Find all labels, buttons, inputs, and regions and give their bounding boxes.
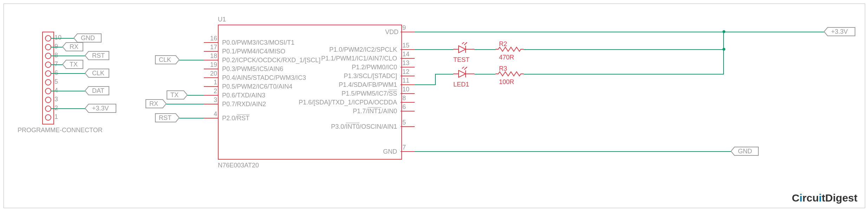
net-label: RST [159, 114, 171, 122]
pin-name: P1.7/INT1/AIN0 [309, 108, 397, 115]
net-label: CLK [159, 56, 171, 64]
pin-name: P1.1/PWM1/IC1/AIN7/CLO [309, 55, 397, 62]
pin-name: P1.4/SDA/FB/PWM1 [309, 81, 397, 89]
brand-logo: CircuitDigest [792, 192, 857, 204]
pin-number: 4 [214, 110, 217, 118]
connector-pin-3 [45, 97, 51, 103]
pin-name: P1.6/[SDA]/TXD_1/ICPDA/OCDDA [292, 99, 397, 106]
resistor-value: 470R [499, 54, 514, 61]
pin-name: P0.2/ICPCK/OCDCK/RXD_1/[SCL] [222, 57, 320, 64]
connector-pin-7 [45, 62, 51, 68]
pin-number: 19 [210, 61, 217, 69]
connector-pin-4 [45, 88, 51, 94]
net-label: +3.3V [92, 105, 109, 112]
pin-name: P1.3/SCL/[STADC] [309, 72, 397, 80]
led-test [453, 42, 474, 58]
net-label: TX [70, 61, 78, 68]
net-label: RX [70, 43, 78, 51]
pin-number: 2 [214, 88, 217, 95]
pin-name: P0.5/PWM2/IC6/T0/AIN4 [222, 83, 292, 90]
pin-number: 9 [402, 24, 406, 32]
pin-number: 5 [402, 119, 406, 126]
pin-number: 7 [402, 144, 406, 151]
net-label: CLK [92, 70, 104, 77]
pin-number: 14 [402, 51, 409, 58]
net-label: GND [81, 34, 95, 42]
led-ref: TEST [453, 56, 469, 64]
pin-number: 3 [214, 96, 217, 104]
connector-pin-6 [45, 70, 51, 77]
pin-number: 8 [402, 95, 406, 102]
led-ref: LED1 [453, 81, 469, 88]
led-led1 [453, 67, 474, 83]
connector-pin-num: 5 [54, 78, 58, 85]
resistor-r2 [495, 46, 524, 54]
pin-name: GND [382, 148, 397, 155]
net-label: TX [170, 91, 179, 99]
chip-ref: U1 [218, 16, 226, 23]
pin-number: 13 [402, 59, 409, 67]
pin-name: P0.7/RXD/AIN2 [222, 101, 266, 108]
pin-number: 11 [402, 77, 409, 84]
pin-number: 16 [210, 35, 217, 42]
connector-pin-2 [45, 106, 51, 112]
pin-name: P1.0/PWM2/IC2/SPCLK [309, 46, 397, 53]
pin-name: P0.4/AIN5/STADC/PWM3/IC3 [222, 74, 306, 82]
pin-name: P0.3/PWM5/IC5/AIN6 [222, 65, 283, 73]
connector-pin-5 [45, 79, 51, 85]
net-label: +3.3V [831, 28, 848, 36]
pin-name: P3.0/INT0/OSCIN/AIN1 [309, 123, 397, 130]
connector-pin-8 [45, 53, 51, 59]
pin-number: 18 [210, 52, 217, 60]
chip-part: N76E003AT20 [218, 162, 259, 169]
svg-marker-14 [459, 46, 466, 53]
net-label: RX [149, 100, 158, 108]
connector-pin-10 [45, 35, 51, 41]
net-label: DAT [92, 87, 104, 95]
net-label: GND [738, 148, 752, 155]
pin-name: P0.0/PWM3/IC3/MOSI/T1 [222, 39, 294, 46]
net-label: RST [92, 52, 105, 59]
pin-number: 10 [402, 86, 409, 93]
pin-name: VDD [383, 28, 399, 36]
pin-name: P0.6/TXD/AIN3 [222, 92, 265, 99]
svg-marker-22 [459, 70, 466, 77]
connector-label: PROGRAMME-CONNECTOR [18, 127, 103, 134]
pin-number: 6 [402, 103, 406, 111]
pin-name: P0.1/PWM4/IC4/MISO [222, 48, 285, 55]
pin-number: 20 [210, 70, 217, 77]
resistor-value: 100R [499, 78, 514, 86]
pin-number: 1 [214, 79, 217, 86]
pin-name: P1.5/PWM5/IC7/SS [309, 90, 397, 97]
connector-pin-1 [45, 114, 51, 121]
connector-pin-num: 3 [54, 96, 58, 103]
connector-pin-num: 1 [54, 113, 58, 121]
pin-name: P2.0/RST [222, 115, 250, 122]
pin-number: 17 [210, 44, 217, 51]
pin-number: 15 [402, 42, 409, 49]
resistor-r3 [495, 71, 524, 79]
pin-name: P1.2/PWM0/IC0 [309, 64, 397, 71]
connector-pin-9 [45, 44, 51, 50]
pin-number: 12 [402, 68, 409, 76]
